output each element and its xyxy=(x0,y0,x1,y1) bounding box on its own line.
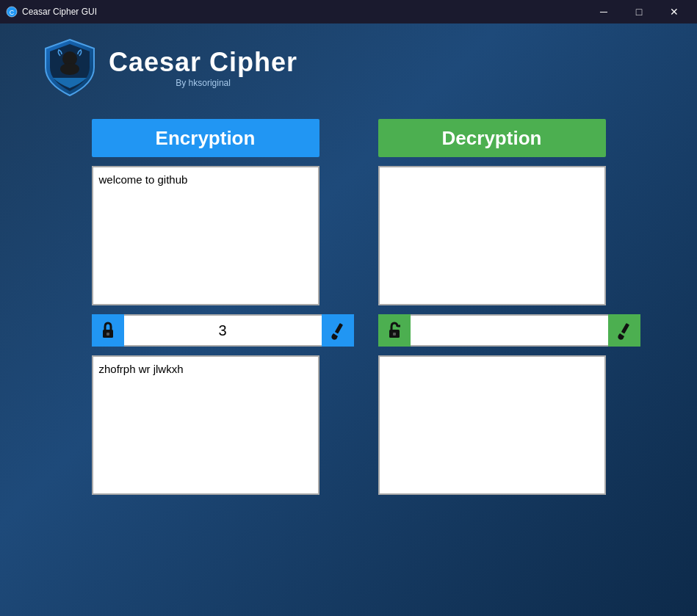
window-controls: ─ □ ✕ xyxy=(587,0,691,23)
decryption-panel: Decryption xyxy=(378,119,606,594)
lock-icon xyxy=(98,320,118,341)
unlock-icon xyxy=(384,320,405,341)
encryption-key-row xyxy=(92,314,319,347)
encryption-panel: Encryption xyxy=(92,119,319,594)
encryption-output[interactable] xyxy=(92,355,319,495)
logo-shield-icon xyxy=(44,38,95,97)
app-name: Caesar Cipher xyxy=(109,47,297,78)
decryption-input[interactable] xyxy=(378,166,606,305)
decryption-key-input[interactable] xyxy=(411,314,608,347)
clear-brush-icon-2 xyxy=(614,320,635,341)
svg-rect-6 xyxy=(334,323,342,334)
svg-rect-5 xyxy=(106,333,109,336)
header-text: Caesar Cipher By hksoriginal xyxy=(109,47,297,88)
encryption-lock-button[interactable] xyxy=(92,314,124,347)
svg-rect-9 xyxy=(621,323,629,334)
encryption-clear-button[interactable] xyxy=(322,314,354,347)
maximize-button[interactable]: □ xyxy=(622,0,656,23)
title-bar: C Ceasar Cipher GUI ─ □ ✕ xyxy=(0,0,697,23)
encryption-header: Encryption xyxy=(92,119,319,157)
decryption-output[interactable] xyxy=(378,355,606,495)
encryption-input[interactable] xyxy=(92,166,319,305)
decryption-header: Decryption xyxy=(378,119,606,157)
decryption-clear-button[interactable] xyxy=(608,314,640,347)
decryption-label: Decryption xyxy=(442,127,542,150)
svg-point-3 xyxy=(60,63,79,75)
svg-text:C: C xyxy=(10,9,15,16)
decryption-key-row xyxy=(378,314,606,347)
app-header: Caesar Cipher By hksoriginal xyxy=(0,23,697,104)
clear-brush-icon xyxy=(328,320,348,341)
close-button[interactable]: ✕ xyxy=(657,0,691,23)
title-bar-left: C Ceasar Cipher GUI xyxy=(6,6,97,18)
main-content: Encryption xyxy=(0,104,697,616)
svg-rect-8 xyxy=(393,333,396,336)
app-icon: C xyxy=(6,6,18,18)
encryption-key-input[interactable] xyxy=(124,314,322,347)
window-title: Ceasar Cipher GUI xyxy=(22,7,97,17)
encryption-label: Encryption xyxy=(156,127,256,150)
decryption-lock-button[interactable] xyxy=(378,314,411,347)
byline: By hksoriginal xyxy=(109,78,297,88)
minimize-button[interactable]: ─ xyxy=(587,0,621,23)
